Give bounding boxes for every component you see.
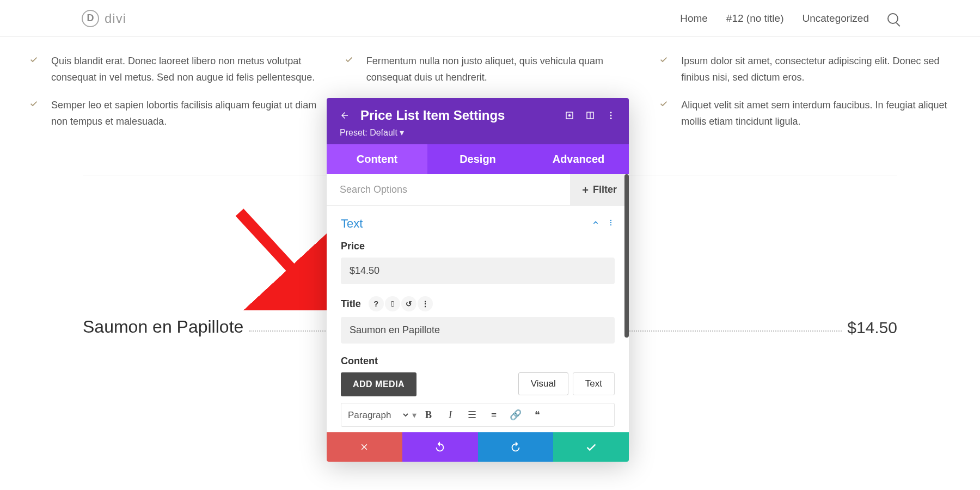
check-icon xyxy=(344,55,354,85)
search-icon[interactable] xyxy=(887,13,898,24)
tab-advanced[interactable]: Advanced xyxy=(528,144,629,174)
list-text: Fermentum nulla non justo aliquet, quis … xyxy=(366,53,637,85)
quote-icon[interactable]: ❝ xyxy=(528,407,547,423)
editor-toolbar: Paragraph ▾ B I ☰ ≡ 🔗 ❝ xyxy=(341,403,615,427)
svg-point-9 xyxy=(610,222,611,223)
bold-icon[interactable]: B xyxy=(419,407,438,423)
modal-tabs: Content Design Advanced xyxy=(327,144,629,174)
responsive-icon[interactable] xyxy=(385,296,400,311)
filter-button[interactable]: +Filter xyxy=(570,174,629,205)
paragraph-select[interactable]: Paragraph xyxy=(346,409,410,421)
section-kebab-icon[interactable] xyxy=(607,219,615,229)
title-label: Title ? ↺ ⋮ xyxy=(341,296,615,311)
search-row: +Filter xyxy=(327,174,629,206)
undo-button[interactable] xyxy=(402,432,478,462)
list-text: Semper leo et sapien lobortis facilisis … xyxy=(51,97,322,130)
list-item: Fermentum nulla non justo aliquet, quis … xyxy=(344,53,637,85)
editor-tab-visual[interactable]: Visual xyxy=(518,372,568,395)
nav-home[interactable]: Home xyxy=(680,13,708,24)
columns-icon[interactable] xyxy=(585,111,595,120)
section-title: Text xyxy=(341,217,363,231)
back-icon[interactable] xyxy=(340,111,350,120)
svg-point-7 xyxy=(610,118,612,119)
nav-links: Home #12 (no title) Uncategorized xyxy=(680,13,898,24)
reset-icon[interactable]: ↺ xyxy=(401,296,416,311)
brand: D divi xyxy=(82,10,126,27)
price-label: Price xyxy=(341,241,615,252)
check-icon xyxy=(28,99,39,130)
list-text: Aliquet velit sit amet sem interdum fauc… xyxy=(681,97,952,130)
nav-12[interactable]: #12 (no title) xyxy=(726,13,784,24)
top-bar: D divi Home #12 (no title) Uncategorized xyxy=(0,0,980,37)
section-header[interactable]: Text xyxy=(341,217,615,231)
svg-point-8 xyxy=(610,220,611,221)
save-button[interactable] xyxy=(553,432,629,462)
brand-logo-icon: D xyxy=(82,10,99,27)
cancel-button[interactable] xyxy=(327,432,402,462)
svg-point-6 xyxy=(610,115,612,117)
kebab-icon[interactable] xyxy=(606,111,616,120)
nav-uncategorized[interactable]: Uncategorized xyxy=(802,13,869,24)
svg-point-2 xyxy=(569,115,571,117)
list-item: Aliquet velit sit amet sem interdum fauc… xyxy=(658,97,952,130)
settings-modal: Price List Item Settings Preset: Default… xyxy=(327,98,629,462)
modal-header: Price List Item Settings Preset: Default… xyxy=(327,98,629,144)
list-item: Semper leo et sapien lobortis facilisis … xyxy=(28,97,322,130)
list-text: Ipsum dolor sit amet, consectetur adipis… xyxy=(681,53,952,85)
svg-point-10 xyxy=(610,224,611,225)
menu-item-price: $14.50 xyxy=(847,318,897,337)
search-input[interactable] xyxy=(327,174,570,205)
modal-title: Price List Item Settings xyxy=(360,108,554,123)
redo-button[interactable] xyxy=(478,432,554,462)
content-label: Content xyxy=(341,356,615,367)
expand-icon[interactable] xyxy=(565,111,574,120)
tab-design[interactable]: Design xyxy=(427,144,528,174)
editor-tab-text[interactable]: Text xyxy=(573,372,615,395)
svg-rect-11 xyxy=(391,302,394,307)
modal-footer xyxy=(327,432,629,462)
svg-point-5 xyxy=(610,112,612,113)
field-kebab-icon[interactable]: ⋮ xyxy=(418,296,433,311)
brand-name: divi xyxy=(105,11,126,26)
list-item: Ipsum dolor sit amet, consectetur adipis… xyxy=(658,53,952,85)
check-icon xyxy=(28,55,39,85)
collapse-icon[interactable] xyxy=(592,219,599,229)
check-icon xyxy=(658,99,669,130)
list-text: Quis blandit erat. Donec laoreet libero … xyxy=(51,53,322,85)
help-icon[interactable]: ? xyxy=(369,296,384,311)
scrollbar[interactable] xyxy=(624,174,629,338)
check-icon xyxy=(658,55,669,85)
price-input[interactable] xyxy=(341,258,615,284)
bullet-list-icon[interactable]: ☰ xyxy=(462,407,482,423)
title-input[interactable] xyxy=(341,317,615,344)
add-media-button[interactable]: ADD MEDIA xyxy=(341,372,416,396)
list-item: Quis blandit erat. Donec laoreet libero … xyxy=(28,53,322,85)
italic-icon[interactable]: I xyxy=(440,407,460,423)
number-list-icon[interactable]: ≡ xyxy=(484,407,504,423)
menu-item-title: Saumon en Papillote xyxy=(83,317,243,337)
preset-dropdown[interactable]: Preset: Default ▾ xyxy=(340,127,616,138)
tab-content[interactable]: Content xyxy=(327,144,427,174)
link-icon[interactable]: 🔗 xyxy=(506,407,525,423)
